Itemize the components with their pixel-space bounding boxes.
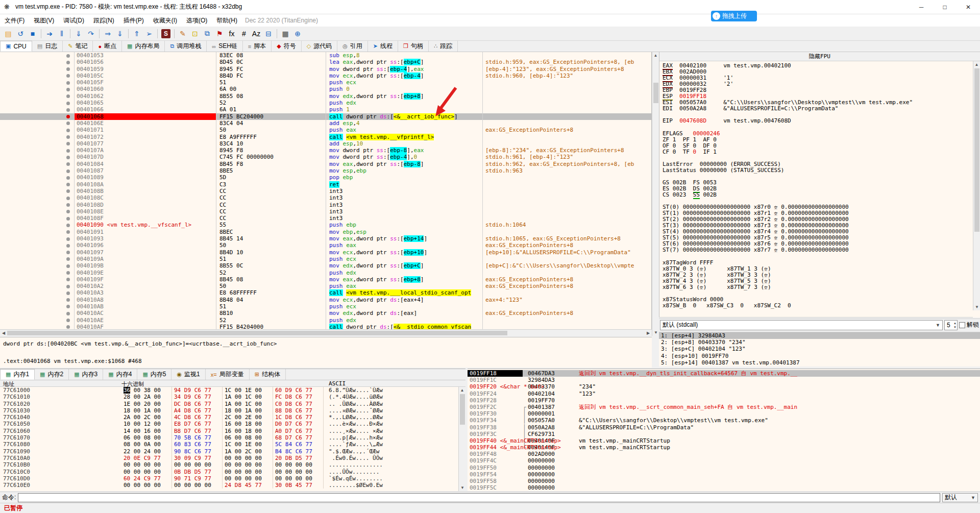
trace-dot-icon[interactable]: [66, 169, 70, 173]
step-out-icon[interactable]: ⇓: [114, 28, 126, 39]
dump-row[interactable]: 77C610E000 00 00 0000 00 00 0024 D8 45 7…: [0, 482, 465, 488]
menu-调试(D)[interactable]: 调试(D): [59, 15, 89, 27]
dump-row[interactable]: 77C6108008 00 0A 0060 83 C6 771C 00 1E 0…: [0, 441, 465, 448]
dump-vscrollbar[interactable]: ▲ ▼: [458, 387, 465, 491]
registers-view[interactable]: 隐藏FPU EAX 00402100 vm test.vmp.00402100E…: [659, 52, 980, 317]
stack-row[interactable]: 0019FF2400402104"123": [468, 390, 980, 397]
trace-dot-icon[interactable]: [66, 210, 70, 213]
modules-icon[interactable]: ⊟: [262, 28, 275, 39]
stack-view[interactable]: 0019FF1800467DA3返回到 vm test.vmp.__dyn_tl…: [468, 369, 980, 491]
trace-dot-icon[interactable]: [66, 108, 70, 112]
disasm-row[interactable]: 004010A88B48 04mov ecx,dword ptr ds:[eax…: [0, 297, 651, 303]
stack-arg-row[interactable]: 4: [esp+10] 0019FF70: [659, 353, 980, 359]
stack-row[interactable]: 0019FF5800000000: [468, 478, 980, 484]
hash-icon[interactable]: #: [238, 28, 250, 39]
disasm-row[interactable]: 004010AE52push edx: [0, 317, 651, 324]
disasm-row[interactable]: 004010AC8B10mov edx,dword ptr ds:[eax]ea…: [0, 310, 651, 316]
trace-dot-icon[interactable]: [66, 271, 70, 275]
stack-row[interactable]: 0019FF1C32984DA3: [468, 377, 980, 383]
trace-dot-icon[interactable]: [66, 88, 70, 91]
stack-row[interactable]: 0019FF5000000000: [468, 465, 980, 471]
disasm-row[interactable]: 0040105C8B4D FCmov ecx,dword ptr ss:[ebp…: [0, 72, 651, 79]
disasm-row[interactable]: 004010895Dpop ebp: [0, 174, 651, 181]
stack-row[interactable]: 0019FF48002AD000: [468, 451, 980, 457]
trace-dot-icon[interactable]: [66, 237, 70, 241]
calling-convention-select[interactable]: 默认 (stdcall) ▼: [660, 320, 943, 330]
command-profile-select[interactable]: 默认 ▼: [942, 493, 978, 502]
disasm-row[interactable]: 0040106E83C4 04add esp,4: [0, 120, 651, 127]
register-line[interactable]: EAX 00402100 vm test.vmp.00402100: [663, 63, 980, 69]
disasm-row[interactable]: 00401072E8 A9FFFFFFcall <vm test.vmp.__v…: [0, 134, 651, 140]
trace-dot-icon[interactable]: [66, 325, 70, 329]
tab-threads[interactable]: ➤线程: [368, 41, 398, 52]
trace-dot-icon[interactable]: [66, 285, 70, 288]
disasm-row[interactable]: 004010AB51push ecx: [0, 303, 651, 310]
trace-dot-icon[interactable]: [66, 135, 70, 139]
stack-arg-row[interactable]: 2: [esp+8] 00403370 "234": [659, 339, 980, 346]
trace-dot-icon[interactable]: [66, 54, 70, 58]
stack-row[interactable]: 0019FF34│005057A0&"C:\\Users\\sangfor\\D…: [468, 417, 980, 424]
trace-dot-icon[interactable]: [66, 298, 70, 302]
register-line[interactable]: EDX 00000032 '2': [663, 81, 980, 87]
disasm-row[interactable]: 0040105F51push ecx: [0, 79, 651, 86]
dump-row[interactable]: 77C6106014 00 16 00B8 D7 C6 7716 00 18 0…: [0, 428, 465, 434]
comment-icon[interactable]: ⊡: [189, 28, 201, 39]
disasm-row[interactable]: 004010AFFF15 B4204000call dword ptr ds:[…: [0, 324, 651, 329]
stack-args-view[interactable]: 1: [esp+4] 32984DA32: [esp+8] 00403370 "…: [659, 332, 980, 367]
tab-dump5[interactable]: ▦内存5: [137, 369, 172, 380]
tab-locals[interactable]: x=局部变量: [206, 369, 250, 380]
register-line[interactable]: x87SW_B 0 x87SW_C3 0 x87SW_C2 0: [663, 303, 980, 309]
tab-cpu[interactable]: ▣CPU: [0, 41, 32, 52]
menu-视图(V)[interactable]: 视图(V): [29, 15, 59, 27]
disasm-row[interactable]: 0040107DC745 FC 00000000mov dword ptr ss…: [0, 154, 651, 160]
minimize-button[interactable]: ─: [910, 0, 933, 14]
disasm-row[interactable]: 00401090 <vm test.vmp.__vfscanf_l>55push…: [0, 222, 651, 228]
stack-row[interactable]: 0019FF3C│CF629731: [468, 431, 980, 437]
memory-dump-view[interactable]: ▦内存1▦内存2▦内存3▦内存4▦内存5◉监视1x=局部变量⊞结构体 地址 十六…: [0, 369, 465, 491]
trace-dot-icon[interactable]: [66, 278, 70, 281]
disasm-row[interactable]: 004010918BECmov ebp,esp: [0, 229, 651, 235]
trace-dot-icon[interactable]: [66, 74, 70, 78]
tab-references[interactable]: ◎引用: [337, 41, 368, 52]
menu-选项(O)[interactable]: 选项(O): [182, 15, 212, 27]
open-file-icon[interactable]: ▤: [2, 28, 14, 39]
dump-row[interactable]: 77C610A020 0E C9 7730 09 C9 7700 00 00 0…: [0, 455, 465, 461]
trace-dot-icon[interactable]: [66, 305, 70, 308]
register-line[interactable]: EBP 0019FF28: [663, 87, 980, 93]
dump-row[interactable]: 77C6100036 00 38 0094 D9 C6 771C 00 1E 0…: [0, 387, 465, 394]
disasm-row[interactable]: 004010938B45 14mov eax,dword ptr ss:[ebp…: [0, 235, 651, 242]
stack-row[interactable]: 0019FF280019FF70: [468, 397, 980, 404]
trace-dot-icon[interactable]: [66, 162, 70, 166]
trace-dot-icon[interactable]: [66, 203, 70, 207]
disasm-row[interactable]: 004010606A 00push 0: [0, 86, 651, 92]
case-icon[interactable]: Az: [250, 28, 262, 39]
tab-log[interactable]: ▤日志: [32, 41, 63, 52]
register-line[interactable]: x87TW_6 3 (空) x87TW_7 3 (空): [663, 284, 980, 290]
disasm-row[interactable]: 0040108ECCint3: [0, 208, 651, 215]
disassembly-hscrollbar[interactable]: ◀ ▶: [0, 329, 652, 336]
trace-dot-icon[interactable]: [66, 102, 70, 105]
tab-dump1[interactable]: ▦内存1: [0, 369, 35, 380]
tab-handles[interactable]: ❒句柄: [398, 41, 429, 52]
fx-icon[interactable]: fx: [226, 28, 238, 39]
dump-row[interactable]: 77C6103018 00 1A 00A4 D8 C6 7718 00 1A 0…: [0, 407, 465, 414]
trace-dot-icon[interactable]: [66, 94, 70, 98]
disasm-row[interactable]: 004010598945 FCmov dword ptr ss:[ebp-4],…: [0, 66, 651, 72]
tab-dump3[interactable]: ▦内存3: [69, 369, 103, 380]
arg-count-stepper[interactable]: 5 ▲▼: [944, 320, 958, 330]
execute-return-icon[interactable]: ⇑: [131, 28, 143, 39]
trace-dot-icon[interactable]: [66, 257, 70, 261]
disasm-row[interactable]: 0040109E52push edx: [0, 270, 651, 276]
dump-row[interactable]: 77C6101028 00 2A 0034 D9 C6 771A 00 1C 0…: [0, 394, 465, 400]
unlock-checkbox[interactable]: 解锁: [959, 321, 979, 329]
trace-dot-icon[interactable]: [66, 149, 70, 153]
tab-struct[interactable]: ⊞结构体: [250, 369, 286, 380]
disasm-row[interactable]: 0040109B8B55 0Cmov edx,dword ptr ss:[ebp…: [0, 262, 651, 269]
register-line[interactable]: LastStatus 00000000 (STATUS_SUCCESS): [663, 167, 980, 174]
tab-script[interactable]: ≡脚本: [243, 41, 272, 52]
trace-dot-icon[interactable]: [66, 61, 70, 64]
stack-row[interactable]: 0019FF30│00000001: [468, 410, 980, 417]
stack-arg-row[interactable]: 3: [esp+C] 00402104 "123": [659, 346, 980, 352]
trace-dot-icon[interactable]: [66, 176, 70, 180]
trace-dot-icon[interactable]: [66, 312, 70, 315]
